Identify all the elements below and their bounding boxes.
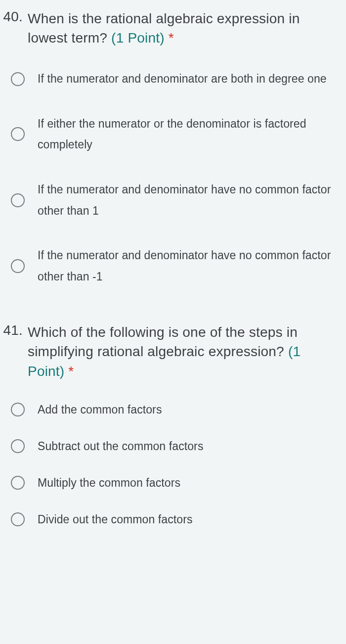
- option-4[interactable]: If the numerator and denominator have no…: [11, 245, 334, 287]
- option-1[interactable]: If the numerator and denominator are bot…: [11, 68, 334, 90]
- question-41: 41. Which of the following is one of the…: [0, 322, 346, 527]
- options-group: If the numerator and denominator are bot…: [0, 68, 334, 287]
- option-2[interactable]: Subtract out the common factors: [11, 438, 334, 454]
- option-1[interactable]: Add the common factors: [11, 402, 334, 417]
- radio-icon: [11, 72, 25, 86]
- radio-icon: [11, 439, 25, 453]
- option-3[interactable]: If the numerator and denominator have no…: [11, 179, 334, 221]
- question-prompt: Which of the following is one of the ste…: [28, 324, 298, 359]
- radio-icon: [11, 259, 25, 273]
- question-text: When is the rational algebraic expressio…: [28, 9, 334, 47]
- required-indicator: *: [68, 364, 74, 379]
- radio-icon: [11, 127, 25, 141]
- option-label: Add the common factors: [38, 402, 162, 417]
- radio-icon: [11, 476, 25, 490]
- radio-icon: [11, 193, 25, 207]
- option-4[interactable]: Divide out the common factors: [11, 511, 334, 527]
- option-label: Divide out the common factors: [38, 511, 193, 527]
- option-label: If the numerator and denominator have no…: [38, 245, 334, 287]
- question-number: 40.: [0, 9, 28, 25]
- options-group: Add the common factors Subtract out the …: [0, 402, 334, 528]
- question-number: 41.: [0, 322, 28, 338]
- question-text: Which of the following is one of the ste…: [28, 322, 334, 381]
- option-2[interactable]: If either the numerator or the denominat…: [11, 113, 334, 155]
- option-label: Multiply the common factors: [38, 475, 180, 491]
- question-40: 40. When is the rational algebraic expre…: [0, 9, 346, 287]
- option-label: If the numerator and denominator are bot…: [38, 68, 327, 90]
- points-label: (1 Point): [111, 30, 165, 46]
- question-header: 40. When is the rational algebraic expre…: [0, 9, 334, 47]
- radio-icon: [11, 512, 25, 526]
- question-header: 41. Which of the following is one of the…: [0, 322, 334, 381]
- required-indicator: *: [169, 30, 174, 46]
- option-label: Subtract out the common factors: [38, 438, 203, 454]
- radio-icon: [11, 403, 25, 416]
- option-label: If either the numerator or the denominat…: [38, 113, 334, 155]
- option-label: If the numerator and denominator have no…: [38, 179, 334, 221]
- option-3[interactable]: Multiply the common factors: [11, 475, 334, 491]
